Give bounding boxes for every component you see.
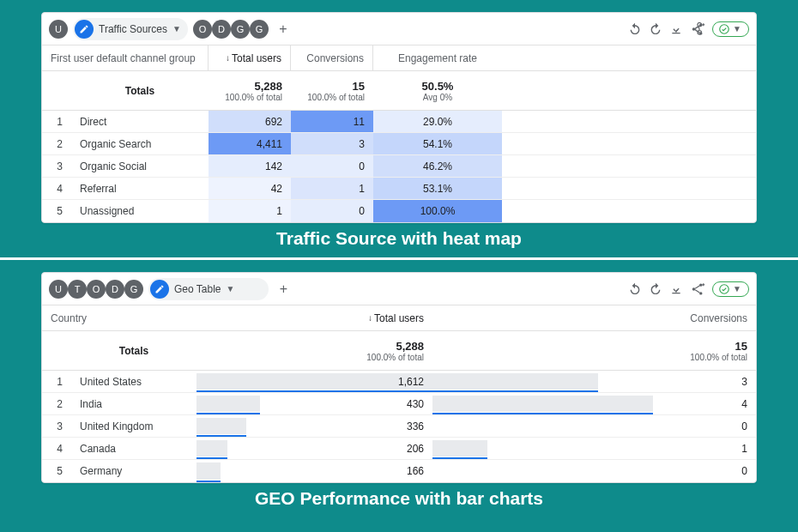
- cell-engagement-rate: 53.1%: [373, 178, 502, 199]
- table-row[interactable]: 4Canada2061: [42, 438, 756, 460]
- add-segment-button[interactable]: +: [274, 280, 293, 299]
- cell-total-users: 42: [209, 178, 291, 199]
- row-index: 3: [42, 160, 68, 172]
- cell-total-users: 692: [209, 111, 291, 132]
- panel2-header-row: Country ↓Total users Conversions: [42, 305, 756, 331]
- redo-icon[interactable]: [649, 282, 662, 296]
- cell-total-users: 166: [196, 460, 432, 482]
- svg-point-6: [699, 292, 702, 294]
- panel1-totals-row: Totals 5,288100.0% of total 15100.0% of …: [42, 71, 756, 111]
- segment-chip[interactable]: O: [87, 280, 106, 299]
- totals-engagement: 50.5%: [422, 80, 454, 93]
- cell-spacer: [432, 460, 653, 482]
- cell-engagement-rate: 46.2%: [373, 155, 502, 177]
- table-row[interactable]: 3Organic Social142046.2%: [42, 155, 756, 178]
- undo-icon[interactable]: [628, 282, 642, 296]
- segment-chip[interactable]: O: [193, 20, 212, 39]
- row-index: 1: [42, 376, 68, 388]
- cell-total-users: 4,411: [209, 133, 291, 154]
- table-row[interactable]: 3United Kingdom3360: [42, 415, 756, 438]
- table-row[interactable]: 2Organic Search4,411354.1%: [42, 133, 756, 155]
- segment-chip[interactable]: D: [106, 280, 124, 299]
- col-engagement-rate[interactable]: Engagement rate: [373, 45, 502, 70]
- row-index: 1: [42, 116, 68, 128]
- cell-conversions: 1: [653, 438, 756, 459]
- active-segment-chip[interactable]: Traffic Sources ▼: [73, 18, 188, 40]
- totals-label: Totals: [125, 85, 154, 97]
- segment-chip[interactable]: T: [68, 280, 87, 299]
- totals-engagement-sub: Avg 0%: [423, 93, 452, 102]
- row-index: 4: [42, 443, 68, 455]
- segment-chip[interactable]: G: [250, 20, 269, 39]
- segment-chip[interactable]: U: [49, 280, 68, 299]
- row-dimension: United Kingdom: [68, 420, 153, 432]
- row-dimension: Referral: [68, 183, 117, 195]
- table-row[interactable]: 1United States1,6123: [42, 371, 756, 393]
- cell-conversions: 0: [291, 155, 373, 177]
- col-conversions[interactable]: Conversions: [653, 305, 756, 330]
- row-dimension: Organic Search: [68, 138, 151, 150]
- row-dimension: India: [68, 398, 102, 410]
- table-row[interactable]: 2India4304: [42, 393, 756, 415]
- share-icon[interactable]: [690, 281, 705, 297]
- download-icon[interactable]: [669, 22, 683, 36]
- cell-total-users: 206: [196, 438, 432, 459]
- segment-chip[interactable]: G: [124, 280, 143, 299]
- caret-down-icon: ▼: [227, 284, 235, 293]
- caret-down-icon: ▼: [733, 24, 741, 33]
- table-row[interactable]: 5Germany1660: [42, 460, 756, 482]
- col-dimension[interactable]: First user default channel group: [42, 45, 209, 70]
- cell-total-users: 430: [196, 393, 432, 414]
- cell-conversions: 4: [653, 393, 756, 414]
- cell-spacer: [432, 438, 653, 459]
- traffic-sources-panel: U Traffic Sources ▼ ODGG + ▼ First user …: [41, 12, 757, 223]
- svg-point-5: [699, 283, 702, 286]
- totals-label: Totals: [119, 345, 148, 357]
- table-row[interactable]: 1Direct6921129.0%: [42, 111, 756, 133]
- panel2-totals-row: Totals 5,288100.0% of total 15100.0% of …: [42, 331, 756, 371]
- active-segment-label: Geo Table: [174, 283, 221, 295]
- download-icon[interactable]: [669, 282, 683, 296]
- cell-total-users: 1: [209, 200, 291, 222]
- active-segment-chip[interactable]: Geo Table ▼: [148, 278, 269, 300]
- add-segment-button[interactable]: +: [274, 20, 293, 39]
- pencil-icon: [75, 20, 94, 39]
- cell-engagement-rate: 100.0%: [373, 200, 502, 222]
- row-dimension: United States: [68, 376, 142, 388]
- caret-down-icon: ▼: [733, 284, 741, 293]
- active-segment-label: Traffic Sources: [99, 23, 167, 35]
- status-menu[interactable]: ▼: [712, 21, 749, 37]
- svg-point-0: [692, 27, 695, 30]
- col-total-users[interactable]: ↓Total users: [196, 305, 432, 330]
- cell-total-users: 142: [209, 155, 291, 177]
- svg-point-3: [720, 24, 729, 33]
- svg-point-1: [699, 23, 702, 26]
- col-total-users[interactable]: ↓Total users: [209, 45, 291, 70]
- col-conversions[interactable]: Conversions: [291, 45, 373, 70]
- share-icon[interactable]: [690, 21, 705, 37]
- table-row[interactable]: 4Referral42153.1%: [42, 178, 756, 200]
- segment-chip[interactable]: G: [231, 20, 250, 39]
- row-index: 5: [42, 205, 68, 217]
- col-country[interactable]: Country: [42, 305, 196, 330]
- totals-conversions: 15: [299, 80, 365, 93]
- geo-table-panel: UTODG Geo Table ▼ + ▼ Country ↓Total use…: [41, 272, 757, 483]
- totals-conversions: 15: [662, 340, 747, 353]
- col-spacer: [432, 305, 653, 330]
- status-menu[interactable]: ▼: [712, 281, 749, 297]
- undo-icon[interactable]: [628, 22, 642, 36]
- row-dimension: Germany: [68, 465, 122, 477]
- totals-conversions-sub: 100.0% of total: [662, 353, 747, 362]
- segment-chip[interactable]: D: [212, 20, 231, 39]
- svg-point-7: [720, 284, 729, 293]
- cell-spacer: [432, 415, 653, 437]
- cell-spacer: [432, 393, 653, 414]
- panel2-toolbar: UTODG Geo Table ▼ + ▼: [42, 273, 756, 305]
- cell-spacer: [432, 371, 653, 392]
- totals-users-sub: 100.0% of total: [217, 93, 282, 102]
- totals-users-sub: 100.0% of total: [205, 353, 424, 362]
- segment-chip[interactable]: U: [49, 20, 68, 39]
- redo-icon[interactable]: [649, 22, 662, 36]
- table-row[interactable]: 5Unassigned10100.0%: [42, 200, 756, 222]
- svg-point-2: [699, 32, 702, 34]
